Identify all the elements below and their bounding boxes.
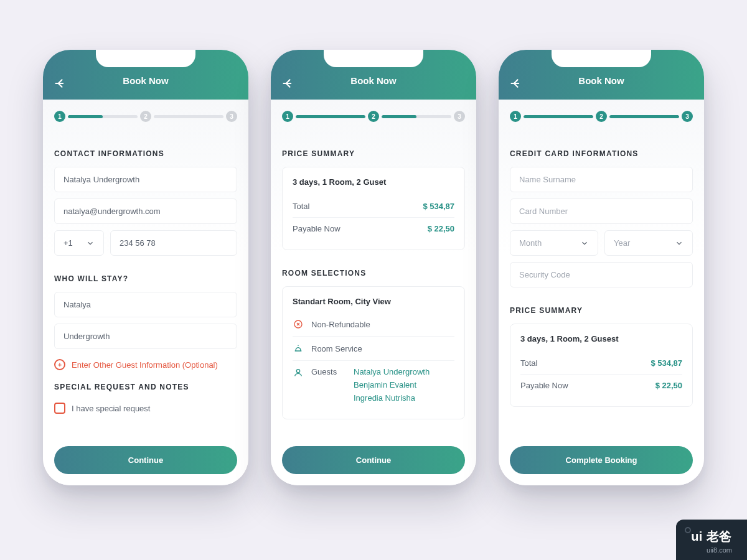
booking-summary-text: 3 days, 1 Room, 2 Gusest — [520, 334, 682, 343]
guest-name: Natalya Undergrowth — [354, 367, 430, 376]
phone-screen-payment: Book Now 1 2 3 CREDIT CARD INFORMATIONS … — [499, 50, 704, 485]
watermark-url: uii8.com — [691, 546, 732, 554]
cardholder-input[interactable]: Name Surname — [510, 167, 693, 192]
payable-label: Payable Now — [293, 224, 341, 233]
room-title: Standart Room, City View — [293, 297, 454, 306]
section-stay-label: WHO WILL STAY? — [54, 274, 237, 283]
cvv-input[interactable]: Security Code — [510, 262, 693, 287]
chevron-down-icon — [86, 239, 95, 248]
back-button[interactable] — [510, 76, 525, 91]
complete-booking-button[interactable]: Complete Booking — [510, 446, 693, 474]
arrow-left-icon — [54, 77, 67, 90]
section-card-label: CREDIT CARD INFORMATIONS — [510, 149, 693, 158]
continue-button[interactable]: Continue — [282, 446, 465, 474]
guest-list: Natalya Undergrowth Benjamin Evalent Ing… — [354, 367, 430, 403]
section-price-label: PRICE SUMMARY — [282, 149, 465, 158]
user-icon — [293, 367, 304, 378]
total-label: Total — [293, 202, 309, 211]
payable-label: Payable Now — [520, 381, 568, 390]
chevron-down-icon — [580, 239, 589, 248]
step-1-dot: 1 — [510, 111, 521, 122]
page-title: Book Now — [578, 75, 624, 86]
progress-stepper: 1 2 3 — [510, 111, 693, 122]
phone-notch — [96, 50, 195, 67]
step-1-dot: 1 — [54, 111, 65, 122]
page-title: Book Now — [123, 75, 168, 86]
arrow-left-icon — [282, 77, 294, 90]
progress-stepper: 1 2 3 — [282, 111, 465, 122]
fullname-input[interactable]: Natalya Undergrowth — [54, 167, 237, 192]
watermark-logo: ui 老爸 — [691, 528, 732, 545]
step-3-dot: 3 — [454, 111, 465, 122]
step-2-dot: 2 — [368, 111, 379, 122]
section-room-label: ROOM SELECTIONS — [282, 269, 465, 278]
payable-value: $ 22,50 — [428, 224, 454, 233]
app-header: Book Now — [271, 50, 476, 100]
guest-firstname-input[interactable]: Natalya — [54, 292, 237, 317]
arrow-left-icon — [510, 77, 522, 90]
section-contact-label: CONTACT INFORMATIONS — [54, 149, 237, 158]
step-1-dot: 1 — [282, 111, 293, 122]
guests-label: Guests — [311, 367, 346, 376]
phone-screen-summary: Book Now 1 2 3 PRICE SUMMARY 3 days, 1 R… — [271, 50, 476, 485]
plus-circle-icon: + — [54, 359, 65, 370]
month-placeholder: Month — [519, 238, 542, 248]
back-button[interactable] — [282, 76, 297, 91]
checkbox-icon — [54, 403, 65, 414]
guest-name: Benjamin Evalent — [354, 380, 430, 390]
step-3-dot: 3 — [682, 111, 693, 122]
step-2-dot: 2 — [596, 111, 607, 122]
progress-stepper: 1 2 3 — [54, 111, 237, 122]
add-guest-label: Enter Other Guest Information (Optional) — [72, 360, 218, 370]
room-selection-card: Standart Room, City View Non-Refundable … — [282, 286, 465, 419]
price-summary-card: 3 days, 1 Room, 2 Guset Total $ 534,87 P… — [282, 167, 465, 250]
page-title: Book Now — [350, 75, 396, 86]
bell-icon — [293, 343, 304, 354]
dialcode-value: +1 — [63, 238, 73, 248]
year-placeholder: Year — [614, 238, 630, 248]
phone-input[interactable]: 234 56 78 — [110, 230, 237, 256]
payable-value: $ 22,50 — [655, 381, 682, 390]
total-value: $ 534,87 — [423, 202, 454, 211]
expiry-month-select[interactable]: Month — [510, 230, 598, 256]
dialcode-select[interactable]: +1 — [54, 230, 104, 256]
phone-screen-contact: Book Now 1 2 3 CONTACT INFORMATIONS Nata… — [43, 50, 248, 485]
total-label: Total — [520, 358, 537, 368]
email-input[interactable]: natalya@undergrowth.com — [54, 198, 237, 224]
step-3-dot: 3 — [226, 111, 237, 122]
cancel-circle-icon — [293, 319, 304, 330]
room-service-label: Room Service — [311, 344, 362, 353]
continue-button[interactable]: Continue — [54, 446, 237, 474]
circle-icon — [685, 527, 691, 533]
watermark: ui 老爸 uii8.com — [676, 520, 747, 560]
app-header: Book Now — [43, 50, 248, 100]
guest-name: Ingredia Nutrisha — [354, 393, 430, 403]
special-request-checkbox-row[interactable]: I have special request — [54, 403, 237, 414]
app-header: Book Now — [499, 50, 704, 100]
booking-summary-text: 3 days, 1 Room, 2 Guset — [293, 177, 454, 187]
chevron-down-icon — [675, 239, 684, 248]
price-summary-card: 3 days, 1 Room, 2 Gusest Total $ 534,87 … — [510, 324, 693, 407]
guest-lastname-input[interactable]: Undergrowth — [54, 324, 237, 349]
svg-point-1 — [296, 370, 299, 373]
total-value: $ 534,87 — [651, 358, 682, 368]
special-request-label: I have special request — [72, 404, 150, 413]
section-price-label: PRICE SUMMARY — [510, 306, 693, 315]
section-notes-label: SPECIAL REQUEST AND NOTES — [54, 383, 237, 391]
non-refundable-label: Non-Refundable — [311, 320, 370, 329]
phone-notch — [324, 50, 423, 67]
step-2-dot: 2 — [140, 111, 151, 122]
phone-notch — [552, 50, 651, 67]
add-guest-link[interactable]: + Enter Other Guest Information (Optiona… — [54, 359, 237, 370]
expiry-year-select[interactable]: Year — [604, 230, 693, 256]
back-button[interactable] — [54, 76, 69, 91]
cardnumber-input[interactable]: Card Number — [510, 198, 693, 224]
